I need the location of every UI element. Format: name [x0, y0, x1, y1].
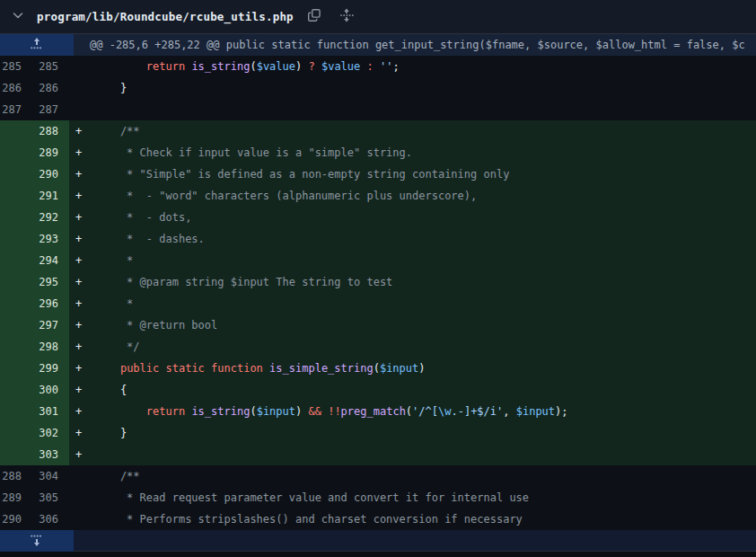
old-line-number[interactable]: [0, 444, 34, 465]
diff-row: 296+ *: [0, 293, 756, 314]
code-cell: return is_string($value) ? $value : '';: [69, 56, 756, 77]
old-line-number[interactable]: 288: [0, 465, 34, 487]
diff-file-card: program/lib/Roundcube/rcube_utils.php: [0, 0, 756, 557]
code-cell: * Read request parameter value and conve…: [69, 487, 756, 508]
code-cell: + * "Simple" is defined as a non-empty s…: [69, 164, 756, 185]
code-cell: + {: [69, 379, 756, 401]
diff-marker: [75, 508, 94, 530]
old-line-number[interactable]: [0, 422, 34, 444]
old-line-number[interactable]: 290: [0, 508, 34, 530]
old-line-number[interactable]: [0, 142, 34, 164]
code-line: + * "Simple" is defined as a non-empty s…: [69, 164, 756, 185]
code-line: + */: [69, 336, 756, 358]
diff-marker: +: [75, 185, 94, 207]
old-line-number[interactable]: 286: [0, 77, 34, 99]
expand-down-button[interactable]: [0, 530, 74, 552]
new-line-number[interactable]: 295: [34, 271, 69, 293]
diff-marker: +: [75, 401, 94, 422]
expand-all-button[interactable]: [338, 6, 356, 27]
new-line-number[interactable]: 305: [34, 487, 69, 508]
diff-row: 290306 * Performs stripslashes() and cha…: [0, 508, 756, 530]
old-line-number[interactable]: 285: [0, 56, 34, 77]
diff-marker: +: [75, 164, 94, 185]
code-cell: + * - dots,: [69, 207, 756, 228]
diff-marker: +: [75, 271, 94, 293]
old-line-number[interactable]: [0, 207, 34, 228]
new-line-number[interactable]: 293: [34, 228, 69, 250]
expand-up-button[interactable]: [0, 34, 74, 56]
new-line-number[interactable]: 304: [34, 465, 69, 487]
old-line-number[interactable]: [0, 293, 34, 314]
copy-path-button[interactable]: [305, 6, 323, 27]
diff-marker: +: [75, 228, 94, 250]
code-cell: + *: [69, 250, 756, 271]
old-line-number[interactable]: [0, 185, 34, 207]
new-line-number[interactable]: 298: [34, 336, 69, 358]
expand-down-icon: [30, 533, 44, 550]
old-line-number[interactable]: [0, 271, 34, 293]
diff-row: 294+ *: [0, 250, 756, 271]
file-path[interactable]: program/lib/Roundcube/rcube_utils.php: [37, 10, 294, 23]
old-line-number[interactable]: [0, 120, 34, 142]
diff-row: 292+ * - dots,: [0, 207, 756, 228]
collapse-file-button[interactable]: [9, 6, 27, 27]
code-line: + * - "word" characters (alphanumeric pl…: [69, 185, 756, 207]
old-line-number[interactable]: 289: [0, 487, 34, 508]
code-line: /**: [69, 465, 756, 487]
new-line-number[interactable]: 296: [34, 293, 69, 314]
old-line-number[interactable]: [0, 250, 34, 271]
old-line-number[interactable]: [0, 379, 34, 401]
code-cell: /**: [69, 465, 756, 487]
new-line-number[interactable]: 306: [34, 508, 69, 530]
expand-footer-row: [0, 530, 756, 552]
new-line-number[interactable]: 288: [34, 120, 69, 142]
diff-marker: +: [75, 293, 94, 314]
unfold-all-icon: [339, 8, 354, 25]
diff-marker: [75, 56, 94, 77]
code-line: * Read request parameter value and conve…: [69, 487, 756, 508]
new-line-number[interactable]: 301: [34, 401, 69, 422]
code-cell: + */: [69, 336, 756, 358]
diff-marker: +: [75, 379, 94, 401]
code-line: [69, 99, 756, 120]
new-line-number[interactable]: 290: [34, 164, 69, 185]
new-line-number[interactable]: 294: [34, 250, 69, 271]
new-line-number[interactable]: 300: [34, 379, 69, 401]
code-line: + * - dots,: [69, 207, 756, 228]
code-cell: + }: [69, 422, 756, 444]
new-line-number[interactable]: 292: [34, 207, 69, 228]
diff-row: 288304 /**: [0, 465, 756, 487]
new-line-number[interactable]: 285: [34, 56, 69, 77]
new-line-number[interactable]: 286: [34, 77, 69, 99]
new-line-number[interactable]: 299: [34, 358, 69, 379]
old-line-number[interactable]: [0, 358, 34, 379]
old-line-number[interactable]: [0, 164, 34, 185]
code-cell: + * @return bool: [69, 314, 756, 336]
new-line-number[interactable]: 291: [34, 185, 69, 207]
chevron-down-icon: [11, 8, 25, 25]
page-background: [0, 552, 756, 557]
old-line-number[interactable]: [0, 314, 34, 336]
new-line-number[interactable]: 302: [34, 422, 69, 444]
code-line: + {: [69, 379, 756, 401]
file-header: program/lib/Roundcube/rcube_utils.php: [0, 0, 756, 34]
hunk-header-row: @@ -285,6 +285,22 @@ public static funct…: [0, 34, 756, 56]
new-line-number[interactable]: 303: [34, 444, 69, 465]
new-line-number[interactable]: 289: [34, 142, 69, 164]
diff-marker: +: [75, 336, 94, 358]
diff-marker: [75, 465, 94, 487]
new-line-number[interactable]: 297: [34, 314, 69, 336]
diff-row: 295+ * @param string $input The string t…: [0, 271, 756, 293]
old-line-number[interactable]: [0, 228, 34, 250]
code-cell: +: [69, 444, 756, 465]
code-line: + }: [69, 422, 756, 444]
old-line-number[interactable]: [0, 401, 34, 422]
old-line-number[interactable]: 287: [0, 99, 34, 120]
old-line-number[interactable]: [0, 336, 34, 358]
code-line: + *: [69, 293, 756, 314]
diff-row: 290+ * "Simple" is defined as a non-empt…: [0, 164, 756, 185]
code-line: * Performs stripslashes() and charset co…: [69, 508, 756, 530]
diff-rows: 285285 return is_string($value) ? $value…: [0, 56, 756, 530]
diff-marker: [75, 77, 94, 99]
new-line-number[interactable]: 287: [34, 99, 69, 120]
